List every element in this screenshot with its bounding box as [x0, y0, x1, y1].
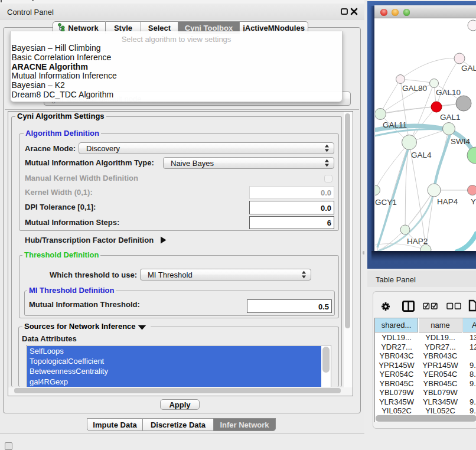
svg-text:GAL4: GAL4 [411, 151, 432, 159]
svg-text:GCY1: GCY1 [375, 198, 397, 207]
svg-text:GAL10: GAL10 [436, 88, 461, 97]
svg-text:GAL11: GAL11 [383, 120, 407, 129]
svg-text:GAL2: GAL2 [461, 64, 476, 73]
svg-text:SWI4: SWI4 [451, 137, 470, 146]
svg-text:GAL80: GAL80 [402, 84, 427, 93]
svg-text:GAL1: GAL1 [440, 113, 461, 122]
svg-text:HAP4: HAP4 [437, 197, 458, 206]
svg-text:Y: Y [471, 197, 476, 206]
svg-text:HAP2: HAP2 [407, 237, 428, 246]
